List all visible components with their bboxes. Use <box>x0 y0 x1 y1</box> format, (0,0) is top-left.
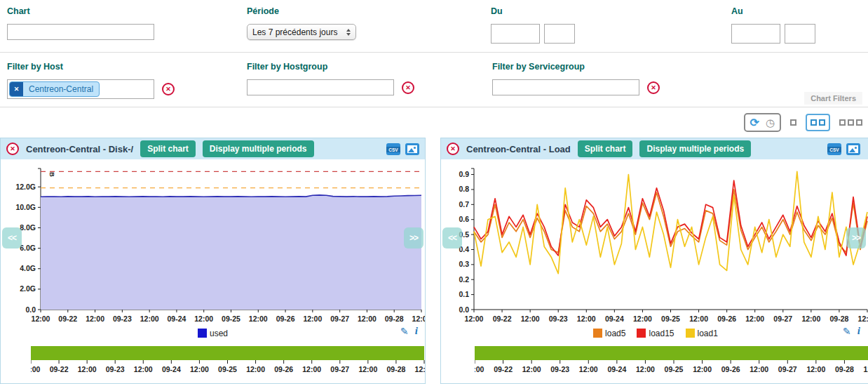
export-image-icon[interactable] <box>846 143 860 156</box>
svg-text:0.0: 0.0 <box>25 305 36 314</box>
svg-text:4.0G: 4.0G <box>20 264 36 272</box>
chart-filter-input[interactable] <box>7 24 154 40</box>
svg-text:0.0: 0.0 <box>459 305 469 314</box>
du-label: Du <box>491 6 575 16</box>
chart-panel-disk: ✕ Centreon-Central - Disk-/ Split chart … <box>0 138 426 384</box>
clear-servicegroup-filter-icon[interactable]: ✕ <box>647 81 660 94</box>
svg-text:12:00: 12:00 <box>745 315 764 323</box>
svg-text:12.0G: 12.0G <box>15 183 36 191</box>
svg-text:12:00: 12:00 <box>750 365 768 373</box>
svg-text:12:00: 12:00 <box>140 315 159 323</box>
svg-text:09-25: 09-25 <box>661 315 680 323</box>
chart-brush-load[interactable]: 12:0009-2212:0009-2312:0009-2412:0009-25… <box>475 346 868 378</box>
filter-by-servicegroup-label: Filter by Servicegroup <box>492 62 660 72</box>
svg-text:09-23: 09-23 <box>549 315 568 323</box>
scroll-left-button[interactable]: << <box>442 227 462 249</box>
du-date-input[interactable] <box>491 24 540 44</box>
scroll-right-button[interactable]: >> <box>846 227 866 249</box>
host-tag-label: Centreon-Central <box>23 82 99 96</box>
clear-hostgroup-filter-icon[interactable]: ✕ <box>402 81 414 94</box>
close-chart-icon[interactable]: ✕ <box>447 143 459 155</box>
chart-plot-load[interactable]: 0.00.10.20.30.40.50.60.70.80.912:0009-22… <box>441 161 868 324</box>
legend-swatch <box>686 329 695 338</box>
svg-text:09-27: 09-27 <box>778 365 797 373</box>
svg-text:12:00: 12:00 <box>412 315 425 323</box>
svg-text:12:00: 12:00 <box>633 315 652 323</box>
du-field: Du <box>491 6 575 44</box>
svg-text:12:00: 12:00 <box>302 365 321 373</box>
clock-icon[interactable]: ◷ <box>766 117 775 128</box>
du-time-input[interactable] <box>544 24 575 44</box>
svg-text:09-27: 09-27 <box>330 315 349 323</box>
svg-text:12:00: 12:00 <box>303 315 322 323</box>
svg-text:09-27: 09-27 <box>330 365 349 373</box>
svg-text:09-28: 09-28 <box>835 365 854 373</box>
export-csv-icon[interactable]: CSV <box>827 143 842 156</box>
svg-text:0.2: 0.2 <box>459 275 469 284</box>
edit-pencil-icon[interactable]: ✎ <box>843 326 851 337</box>
svg-text:12:00: 12:00 <box>134 365 153 373</box>
layout-three-column-icon[interactable] <box>839 119 862 126</box>
display-multiple-periods-button[interactable]: Display multiple periods <box>203 140 314 157</box>
scroll-right-button[interactable]: >> <box>404 227 423 249</box>
legend-label: load1 <box>698 329 718 338</box>
svg-text:B: B <box>48 172 56 177</box>
chart-filter-label: Chart <box>7 6 154 16</box>
filter-by-host-field: Filter by Host ✕ Centreon-Central ✕ <box>7 62 175 99</box>
servicegroup-filter-input[interactable] <box>492 79 639 95</box>
legend-swatch <box>198 329 207 338</box>
svg-text:09-24: 09-24 <box>162 365 181 373</box>
svg-text:09-26: 09-26 <box>721 365 740 373</box>
legend-label: load15 <box>649 329 674 338</box>
svg-text:CSV: CSV <box>388 147 398 152</box>
legend-entry[interactable]: load5 <box>593 329 625 338</box>
svg-text:09-28: 09-28 <box>386 365 405 373</box>
chart-brush-disk[interactable]: 12:0009-2212:0009-2312:0009-2412:0009-25… <box>31 346 425 378</box>
tag-remove-icon[interactable]: ✕ <box>10 82 23 96</box>
svg-text:12:00: 12:00 <box>358 315 377 323</box>
svg-text:09-26: 09-26 <box>274 365 293 373</box>
charts-area: ✕ Centreon-Central - Disk-/ Split chart … <box>0 138 868 384</box>
split-chart-button[interactable]: Split chart <box>140 140 196 157</box>
au-time-input[interactable] <box>785 24 815 44</box>
display-multiple-periods-button[interactable]: Display multiple periods <box>639 140 751 157</box>
svg-text:09-26: 09-26 <box>276 315 295 323</box>
info-icon[interactable]: i <box>415 325 418 337</box>
svg-text:09-22: 09-22 <box>58 315 77 323</box>
au-date-input[interactable] <box>731 24 780 44</box>
svg-text:09-24: 09-24 <box>167 315 186 323</box>
legend-entry[interactable]: used <box>198 329 228 338</box>
hostgroup-filter-input[interactable] <box>247 79 394 95</box>
top-filter-bar: Chart Période Les 7 précédents jours Du … <box>0 0 868 52</box>
chart-plot-disk[interactable]: 0.02.0G4.0G6.0G8.0G10.0G12.0G12:0009-221… <box>1 161 425 324</box>
layout-two-column-icon[interactable] <box>806 114 830 131</box>
clear-host-filter-icon[interactable]: ✕ <box>162 83 175 95</box>
legend-entry[interactable]: load1 <box>686 329 718 338</box>
svg-text:12:00: 12:00 <box>475 365 484 373</box>
host-filter-input[interactable]: ✕ Centreon-Central <box>7 79 154 99</box>
legend-entry[interactable]: load15 <box>637 329 674 338</box>
filter-by-host-label: Filter by Host <box>7 62 175 72</box>
periode-select[interactable]: Les 7 précédents jours <box>247 24 356 40</box>
svg-text:12:00: 12:00 <box>522 365 541 373</box>
scroll-left-button[interactable]: << <box>2 227 22 249</box>
host-filter-bar: Filter by Host ✕ Centreon-Central ✕ Filt… <box>0 53 868 107</box>
chart-panel-load: ✕ Centreon-Central - Load Split chart Di… <box>440 138 868 384</box>
legend-label: load5 <box>605 329 625 338</box>
refresh-controls-group: ⟳ ◷ <box>744 113 782 132</box>
chart-legend-disk: used ✎ i <box>1 324 425 342</box>
edit-pencil-icon[interactable]: ✎ <box>400 326 409 337</box>
export-image-icon[interactable] <box>405 143 419 156</box>
split-chart-button[interactable]: Split chart <box>578 140 633 157</box>
layout-one-column-icon[interactable] <box>790 119 796 126</box>
svg-text:12:00: 12:00 <box>521 315 540 323</box>
host-tag: ✕ Centreon-Central <box>9 81 100 97</box>
export-csv-icon[interactable]: CSV <box>386 143 401 156</box>
svg-text:12:00: 12:00 <box>689 315 708 323</box>
info-icon[interactable]: i <box>857 325 860 337</box>
refresh-icon[interactable]: ⟳ <box>750 117 759 128</box>
close-chart-icon[interactable]: ✕ <box>6 143 19 155</box>
filter-by-hostgroup-field: Filter by Hostgroup ✕ <box>247 62 414 95</box>
svg-text:6.0G: 6.0G <box>20 244 36 252</box>
svg-text:12:00: 12:00 <box>194 315 213 323</box>
